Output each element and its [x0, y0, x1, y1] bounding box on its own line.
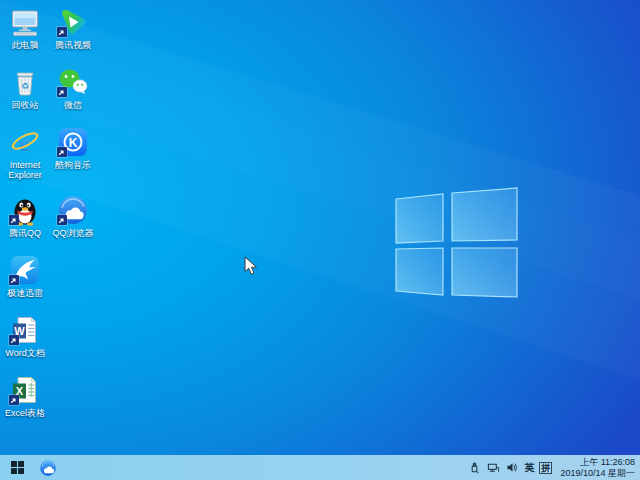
desktop-icon-recycle-bin[interactable]: ♻ 回收站 [1, 66, 49, 110]
excel-icon: X [9, 374, 41, 406]
desktop-icon-label: 微信 [49, 100, 97, 110]
kugou-music-icon: K [57, 126, 89, 158]
desktop-icon-label: 回收站 [1, 100, 49, 110]
qq-browser-icon [39, 459, 57, 477]
desktop-icon-word[interactable]: W Word文档 [1, 314, 49, 358]
tencent-video-icon [57, 6, 89, 38]
usb-safely-remove-icon[interactable] [467, 460, 481, 476]
desktop-icon-label: QQ浏览器 [49, 228, 97, 238]
desktop-icon-label: Word文档 [1, 348, 49, 358]
desktop-icon-wechat[interactable]: 微信 [49, 66, 97, 110]
word-icon: W [9, 314, 41, 346]
desktop-icon-excel[interactable]: X Excel表格 [1, 374, 49, 418]
windows-start-icon [11, 461, 24, 474]
desktop-icon-label: Internet Explorer [1, 160, 49, 180]
ime-mode-indicator[interactable]: 拼 [539, 462, 552, 474]
qq-browser-icon [57, 194, 89, 226]
desktop-icon-this-pc[interactable]: 此电脑 [1, 6, 49, 50]
system-tray: 英 拼 上午 11:26:08 2019/10/14 星期一 [467, 457, 640, 478]
taskbar-clock[interactable]: 上午 11:26:08 2019/10/14 星期一 [560, 457, 635, 478]
ime-language-indicator[interactable]: 英 [524, 461, 534, 475]
desktop-icon-internet-explorer[interactable]: e Internet Explorer [1, 126, 49, 180]
desktop-icon-qq-browser[interactable]: QQ浏览器 [49, 194, 97, 238]
desktop-icon-thunder[interactable]: 极速迅雷 [1, 254, 49, 298]
shortcut-arrow-icon [57, 215, 67, 225]
svg-text:♻: ♻ [21, 81, 29, 91]
thunder-icon [9, 254, 41, 286]
clock-date: 2019/10/14 星期一 [560, 468, 635, 479]
desktop-icon-label: 酷狗音乐 [49, 160, 97, 170]
qq-icon [9, 194, 41, 226]
desktop-icon-label: 极速迅雷 [1, 288, 49, 298]
clock-time: 上午 11:26:08 [560, 457, 635, 468]
shortcut-arrow-icon [9, 395, 19, 405]
svg-text:K: K [69, 136, 78, 150]
shortcut-arrow-icon [9, 335, 19, 345]
shortcut-arrow-icon [57, 27, 67, 37]
shortcut-arrow-icon [57, 147, 67, 157]
svg-text:e: e [19, 128, 31, 157]
desktop-icon-kugou-music[interactable]: K 酷狗音乐 [49, 126, 97, 170]
wechat-icon [57, 66, 89, 98]
desktop-icon-label: Excel表格 [1, 408, 49, 418]
network-icon[interactable] [486, 460, 500, 476]
desktop-icon-qq[interactable]: 腾讯QQ [1, 194, 49, 238]
volume-icon[interactable] [505, 460, 519, 476]
shortcut-arrow-icon [9, 215, 19, 225]
taskbar: 英 拼 上午 11:26:08 2019/10/14 星期一 [0, 455, 640, 480]
desktop-icon-label: 腾讯视频 [49, 40, 97, 50]
internet-explorer-icon: e [9, 126, 41, 158]
shortcut-arrow-icon [9, 275, 19, 285]
recycle-bin-icon: ♻ [9, 66, 41, 98]
mouse-cursor [244, 256, 258, 276]
this-pc-icon [9, 6, 41, 38]
taskbar-qq-browser-button[interactable] [34, 455, 61, 480]
shortcut-arrow-icon [57, 87, 67, 97]
desktop-icon-label: 腾讯QQ [1, 228, 49, 238]
desktop-screen: 此电脑 腾讯视频 ♻ [0, 0, 640, 480]
desktop-icon-tencent-video[interactable]: 腾讯视频 [49, 6, 97, 50]
desktop-icon-label: 此电脑 [1, 40, 49, 50]
start-button[interactable] [0, 455, 34, 480]
